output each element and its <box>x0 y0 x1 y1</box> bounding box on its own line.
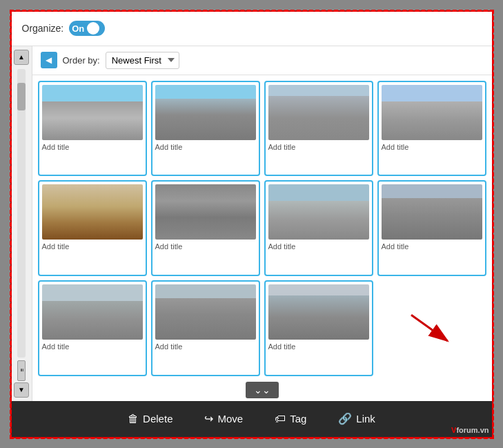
delete-button[interactable]: 🗑 Delete <box>122 410 178 428</box>
photo-thumb-2 <box>155 85 256 140</box>
move-label: Move <box>217 413 243 425</box>
link-button[interactable]: 🔗 Link <box>333 409 381 428</box>
photo-item-2[interactable]: Add title <box>151 81 260 177</box>
photo-title-2: Add title <box>155 143 256 151</box>
photo-item-9[interactable]: Add title <box>38 280 147 376</box>
order-bar: ◀ Order by: Newest First Oldest First Ti… <box>32 46 492 75</box>
arrow-cell <box>377 280 486 376</box>
top-bar: Organize: On <box>12 12 492 46</box>
photo-thumb-8 <box>382 184 482 240</box>
photo-title-5: Add title <box>42 242 143 251</box>
svg-line-1 <box>411 315 448 341</box>
photo-thumb-7 <box>268 184 369 240</box>
organize-label: Organize: <box>22 23 64 34</box>
order-label: Order by: <box>63 55 100 66</box>
order-select[interactable]: Newest First Oldest First Title A-Z Titl… <box>106 52 179 69</box>
toggle-text: On <box>72 23 84 34</box>
photo-title-4: Add title <box>382 143 482 151</box>
photo-thumb-5 <box>42 184 143 240</box>
bottom-toolbar: 🗑 Delete ↪ Move 🏷 Tag 🔗 Link <box>12 401 492 437</box>
photo-thumb-6 <box>155 184 256 240</box>
left-sidebar: ▲ ≡ ▼ <box>12 46 32 401</box>
photo-grid: Add title Add title Add title Add title <box>32 75 492 379</box>
tag-label: Tag <box>290 413 306 425</box>
photo-title-7: Add title <box>268 242 369 251</box>
tag-icon: 🏷 <box>275 413 286 425</box>
toggle-circle <box>87 22 99 35</box>
organize-toggle[interactable]: On <box>69 21 105 36</box>
scroll-track <box>17 69 26 358</box>
watermark-text: forum.vn <box>456 426 489 434</box>
dots-button[interactable]: ≡ <box>17 360 26 381</box>
photo-title-11: Add title <box>268 342 369 351</box>
red-arrow-icon <box>404 307 460 349</box>
watermark: Vforum.vn <box>451 426 489 434</box>
photo-item-6[interactable]: Add title <box>151 180 260 276</box>
collapse-button[interactable]: ⌄⌄ <box>246 382 279 398</box>
link-icon: 🔗 <box>338 412 352 425</box>
move-button[interactable]: ↪ Move <box>199 409 248 428</box>
photo-thumb-11 <box>268 284 369 340</box>
photo-item-7[interactable]: Add title <box>264 180 373 276</box>
main-container: Organize: On ▲ ≡ ▼ ◀ Order by: Newest Fi… <box>10 10 493 438</box>
scroll-up-button[interactable]: ▲ <box>14 50 29 65</box>
link-label: Link <box>356 413 375 425</box>
move-icon: ↪ <box>204 412 213 425</box>
content-area: ▲ ≡ ▼ ◀ Order by: Newest First Oldest Fi… <box>12 46 492 401</box>
delete-icon: 🗑 <box>128 413 139 425</box>
photo-title-3: Add title <box>268 143 369 151</box>
photo-thumb-3 <box>268 85 369 140</box>
back-button[interactable]: ◀ <box>41 52 57 68</box>
photo-item-10[interactable]: Add title <box>151 280 260 376</box>
photo-thumb-4 <box>382 85 482 140</box>
photo-item-8[interactable]: Add title <box>377 180 486 276</box>
photo-title-9: Add title <box>42 342 143 351</box>
photo-title-8: Add title <box>382 242 482 251</box>
photo-thumb-9 <box>42 284 143 340</box>
photo-item-4[interactable]: Add title <box>377 81 486 177</box>
photo-thumb-1 <box>42 85 143 140</box>
photo-item-11[interactable]: Add title <box>264 280 373 376</box>
tag-button[interactable]: 🏷 Tag <box>269 410 312 428</box>
photo-thumb-10 <box>155 284 256 340</box>
collapse-bar: ⌄⌄ <box>32 379 492 401</box>
photo-title-10: Add title <box>155 342 256 351</box>
photos-section: ◀ Order by: Newest First Oldest First Ti… <box>32 46 492 401</box>
scroll-down-button[interactable]: ▼ <box>14 382 29 398</box>
photo-title-6: Add title <box>155 242 256 251</box>
delete-label: Delete <box>143 413 172 425</box>
photo-item-1[interactable]: Add title <box>38 81 147 177</box>
photo-item-5[interactable]: Add title <box>38 180 147 276</box>
scroll-thumb[interactable] <box>17 83 26 110</box>
photo-title-1: Add title <box>42 143 143 151</box>
photo-item-3[interactable]: Add title <box>264 81 373 177</box>
